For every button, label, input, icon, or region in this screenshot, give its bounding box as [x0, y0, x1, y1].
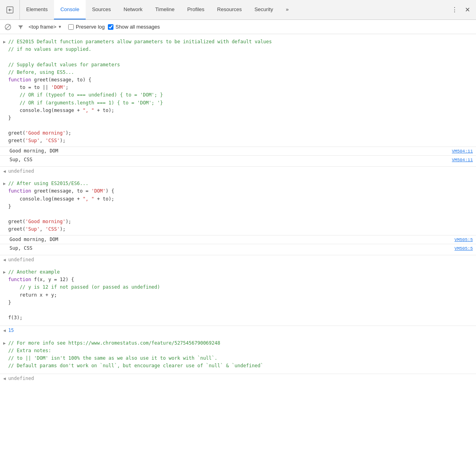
- output-line-2: Sup, CSS VM504:11: [0, 155, 476, 164]
- show-all-messages-option: Show all messages: [108, 24, 160, 30]
- preserve-log-checkbox[interactable]: [68, 24, 74, 30]
- show-all-checkbox[interactable]: [108, 24, 113, 30]
- toolbar-right: ⋮ ✕: [449, 4, 476, 15]
- output1-source[interactable]: VM504:11: [445, 148, 473, 155]
- output-line-1: Good morning, DOM VM504:11: [0, 147, 476, 155]
- block4-comment2: // Extra notes:: [8, 347, 473, 355]
- result-line-3: ◀ 15: [0, 326, 476, 335]
- block3-call1: f(3);: [8, 314, 473, 322]
- result4-text: undefined: [8, 375, 34, 382]
- output4-source[interactable]: VM505:5: [448, 245, 473, 252]
- output3-source[interactable]: VM505:5: [448, 237, 473, 243]
- output-line-4: Sup, CSS VM505:5: [0, 244, 476, 253]
- result3-text: 15: [8, 327, 14, 334]
- devtools-topbar: Elements Console Sources Network Timelin…: [0, 0, 476, 20]
- block3-line1: return x + y;: [8, 291, 473, 299]
- clear-console-button[interactable]: [3, 22, 13, 32]
- show-all-label[interactable]: Show all messages: [115, 24, 160, 30]
- console-block-2: ▶ // After using ES2015/ES6... function …: [0, 176, 476, 255]
- block1-comment5: // OR if (typeof to === undefined) { to …: [8, 91, 473, 99]
- block4-comment1: // For more info see https://www.chromes…: [8, 339, 473, 347]
- frame-selector[interactable]: <top frame> ▼: [29, 24, 62, 30]
- tab-timeline[interactable]: Timeline: [149, 0, 181, 19]
- block1-comment4: // Before, using ES5...: [8, 69, 473, 76]
- console-block-4: ▶ // For more info see https://www.chrom…: [0, 335, 476, 374]
- preserve-log-label[interactable]: Preserve log: [76, 24, 105, 30]
- console-toolbar: <top frame> ▼ Preserve log Show all mess…: [0, 20, 476, 34]
- block1-comment6: // OR if (arguments.length === 1) { to =…: [8, 99, 473, 107]
- frame-dropdown-arrow: ▼: [58, 25, 62, 29]
- output2-source[interactable]: VM504:11: [445, 157, 473, 164]
- tab-security[interactable]: Security: [248, 0, 279, 19]
- block3-func1: function f(x, y = 12) {: [8, 276, 473, 283]
- devtools-close-button[interactable]: ✕: [462, 4, 473, 15]
- svg-line-2: [6, 25, 10, 29]
- block1-call1: greet('Good morning');: [8, 129, 473, 137]
- block1-line2: console.log(message + ", " + to);: [8, 107, 473, 114]
- tab-elements[interactable]: Elements: [20, 0, 54, 19]
- block4-comment4: // Default params don't work on `null`, …: [8, 362, 473, 370]
- block2-close: }: [8, 203, 473, 210]
- tab-more[interactable]: »: [279, 0, 295, 19]
- block3-expand-arrow[interactable]: ▶: [3, 269, 6, 276]
- tab-console[interactable]: Console: [54, 0, 86, 19]
- block3-close: }: [8, 299, 473, 307]
- result-line-4: ◀ undefined: [0, 374, 476, 383]
- block2-call2: greet('Sup', 'CSS');: [8, 226, 473, 233]
- block4-comment3: // to || 'DOM' isn't 100% the same as we…: [8, 355, 473, 362]
- block2-func1: function greet(message, to = 'DOM') {: [8, 187, 473, 195]
- result2-text: undefined: [8, 256, 34, 264]
- result2-arrow: ◀: [3, 257, 6, 264]
- tab-sources[interactable]: Sources: [86, 0, 117, 19]
- block4-expand-arrow[interactable]: ▶: [3, 340, 6, 347]
- block2-line1: console.log(message + ", " + to);: [8, 195, 473, 203]
- block1-line1: to = to || 'DOM';: [8, 84, 473, 91]
- block1-expand-arrow[interactable]: ▶: [3, 39, 6, 46]
- frame-label: <top frame>: [29, 24, 56, 30]
- devtools-logo: [0, 0, 20, 20]
- preserve-log-option: Preserve log: [68, 24, 105, 30]
- block2-call1: greet('Good morning');: [8, 218, 473, 226]
- output-line-3: Good morning, DOM VM505:5: [0, 235, 476, 244]
- result4-arrow: ◀: [3, 376, 6, 382]
- console-block-3: ▶ // Another example function f(x, y = 1…: [0, 264, 476, 326]
- result-line-2: ◀ undefined: [0, 255, 476, 264]
- result-line-1: ◀ undefined: [0, 167, 476, 176]
- tab-resources[interactable]: Resources: [211, 0, 248, 19]
- block1-func1: function greet(message, to) {: [8, 76, 473, 84]
- result1-text: undefined: [8, 168, 34, 175]
- tab-profiles[interactable]: Profiles: [181, 0, 211, 19]
- block3-comment2: // y is 12 if not passed (or passed as u…: [8, 283, 473, 291]
- block3-comment1: // Another example: [8, 268, 473, 276]
- block1-comment2: // if no values are supplied.: [8, 46, 473, 53]
- console-output: ▶ // ES2015 Default function parameters …: [0, 34, 476, 384]
- result3-arrow: ◀: [3, 328, 6, 334]
- block1-call2: greet('Sup', 'CSS');: [8, 137, 473, 145]
- filter-button[interactable]: [16, 22, 25, 32]
- block1-comment3: // Supply default values for parameters: [8, 61, 473, 69]
- block1-close: }: [8, 114, 473, 122]
- block2-expand-arrow[interactable]: ▶: [3, 181, 6, 187]
- tab-list: Elements Console Sources Network Timelin…: [20, 0, 295, 19]
- tab-network[interactable]: Network: [117, 0, 149, 19]
- devtools-menu-button[interactable]: ⋮: [449, 4, 460, 15]
- block2-comment1: // After using ES2015/ES6...: [8, 180, 473, 187]
- result1-arrow: ◀: [3, 168, 6, 175]
- console-block-1: ▶ // ES2015 Default function parameters …: [0, 34, 476, 167]
- block1-comment1: // ES2015 Default function parameters al…: [8, 38, 473, 46]
